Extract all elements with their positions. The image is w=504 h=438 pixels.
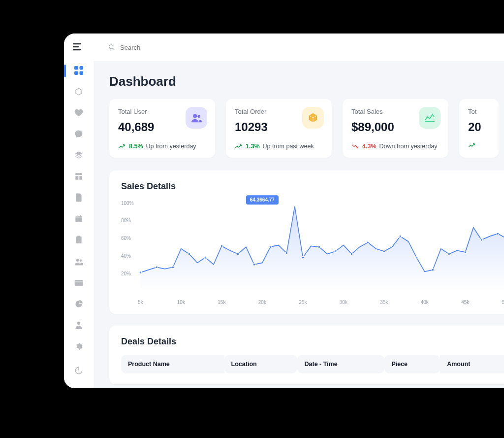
chart-x-tick: 35k — [380, 300, 388, 305]
svg-rect-2 — [74, 71, 78, 75]
sidebar-item-products[interactable] — [69, 83, 89, 101]
table-header-cell[interactable]: Piece — [384, 355, 440, 373]
trend-up-icon — [235, 144, 243, 149]
stat-pct: 8.5% — [129, 143, 143, 150]
app-window: Dashboard Total User 40,689 8.5% Up from… — [64, 34, 504, 388]
stat-delta: 4.3% Down from yesterday — [351, 143, 440, 150]
chart-x-tick: 15k — [218, 300, 225, 305]
stat-card-users[interactable]: Total User 40,689 8.5% Up from yesterday — [109, 99, 215, 158]
app-logo-icon — [73, 42, 85, 54]
stat-pct: 4.3% — [362, 143, 377, 150]
stat-value: 20 — [468, 120, 490, 134]
svg-rect-4 — [75, 173, 82, 175]
svg-rect-8 — [75, 216, 82, 218]
sidebar-item-calendar[interactable] — [69, 210, 89, 228]
sidebar — [64, 34, 94, 388]
svg-point-13 — [76, 259, 79, 262]
stat-card-partial[interactable]: Tot 20 — [459, 99, 499, 158]
stat-card-sales[interactable]: Total Sales $89,000 4.3% Down from yeste… — [343, 99, 448, 158]
sidebar-item-messages[interactable] — [69, 125, 89, 143]
stat-label: Tot — [468, 108, 490, 115]
chart-tooltip: 64,3664.77 — [246, 195, 279, 204]
panel-title: Deals Details — [121, 337, 504, 347]
sidebar-item-profile[interactable] — [69, 316, 89, 334]
chart-y-tick: 80% — [121, 218, 131, 223]
chart-x-tick: 50k — [502, 300, 504, 305]
stat-delta: 8.5% Up from yesterday — [118, 143, 206, 150]
svg-point-28 — [253, 264, 255, 266]
table-header-cell[interactable]: Amount — [440, 355, 504, 373]
sidebar-item-clipboard[interactable] — [69, 231, 89, 249]
svg-rect-6 — [79, 176, 82, 180]
svg-point-40 — [448, 253, 450, 255]
chart-x-tick: 45k — [461, 300, 469, 305]
svg-rect-15 — [75, 280, 83, 286]
chart-x-tick: 40k — [421, 300, 429, 305]
svg-point-36 — [383, 250, 385, 253]
svg-point-34 — [350, 253, 353, 255]
chart-x-tick: 30k — [340, 300, 347, 305]
chart-y-tick: 20% — [121, 270, 131, 276]
sidebar-item-layout[interactable] — [69, 168, 89, 185]
chart-x-tick: 5k — [138, 300, 143, 305]
sidebar-item-analytics[interactable] — [69, 295, 89, 313]
svg-point-39 — [432, 269, 434, 271]
stat-card-orders[interactable]: Total Order 10293 1.3% Up from past week — [226, 99, 332, 158]
table-header-row: Product NameLocationDate - TimePieceAmou… — [121, 355, 504, 373]
svg-rect-5 — [75, 176, 78, 180]
chart-y-tick: 100% — [121, 200, 134, 205]
trend-down-icon — [351, 144, 359, 149]
svg-point-23 — [172, 266, 174, 269]
sales-chart[interactable]: 20%40%60%80%100% 5k10k15k20k25k30k35k40k… — [121, 200, 504, 303]
chart-icon — [419, 107, 441, 129]
svg-point-27 — [237, 253, 239, 255]
search-input[interactable] — [120, 44, 219, 51]
search-icon — [108, 44, 115, 51]
sidebar-item-invoice[interactable] — [69, 189, 89, 206]
deals-details-panel: Deals Details Product NameLocationDate -… — [109, 326, 504, 384]
table-header-cell[interactable]: Date - Time — [297, 355, 384, 373]
svg-point-43 — [497, 233, 499, 235]
deals-table: Product NameLocationDate - TimePieceAmou… — [121, 355, 504, 373]
svg-point-20 — [197, 115, 200, 118]
sidebar-item-layers[interactable] — [69, 146, 89, 164]
svg-point-24 — [188, 253, 190, 255]
svg-point-29 — [269, 246, 272, 248]
stat-note: Down from yesterday — [379, 143, 438, 150]
table-header-cell[interactable]: Product Name — [121, 355, 224, 373]
users-icon — [186, 107, 207, 129]
trend-up-icon — [118, 144, 126, 149]
sidebar-item-dashboard[interactable] — [69, 62, 89, 79]
svg-rect-12 — [77, 236, 80, 238]
table-header-cell[interactable]: Location — [224, 355, 298, 373]
sidebar-item-favorites[interactable] — [69, 104, 89, 122]
sidebar-item-billing[interactable] — [69, 274, 89, 292]
cube-icon — [302, 107, 324, 129]
chart-x-tick: 10k — [177, 300, 185, 305]
svg-point-35 — [367, 241, 369, 244]
stat-pct: 1.3% — [246, 143, 260, 150]
svg-rect-16 — [75, 281, 83, 282]
svg-point-18 — [109, 45, 113, 49]
page-title: Dashboard — [109, 74, 504, 89]
svg-point-31 — [302, 256, 304, 259]
chart-x-tick: 20k — [258, 300, 266, 305]
chart-y-tick: 60% — [121, 236, 131, 241]
sidebar-item-team[interactable] — [69, 252, 89, 270]
chart-y-tick: 40% — [121, 253, 131, 259]
svg-point-17 — [77, 321, 81, 325]
svg-point-14 — [80, 259, 82, 262]
content-area: Dashboard Total User 40,689 8.5% Up from… — [94, 61, 504, 388]
stat-delta: 1.3% Up from past week — [235, 143, 323, 150]
svg-rect-3 — [80, 71, 84, 75]
svg-point-42 — [480, 238, 483, 241]
svg-point-25 — [204, 256, 207, 259]
svg-point-37 — [399, 235, 402, 237]
sidebar-item-settings[interactable] — [69, 337, 89, 355]
sidebar-item-logout[interactable] — [69, 362, 89, 379]
svg-rect-11 — [76, 236, 81, 243]
svg-point-21 — [139, 271, 142, 274]
svg-point-22 — [156, 266, 158, 269]
svg-point-33 — [334, 250, 337, 253]
svg-rect-0 — [74, 66, 78, 70]
